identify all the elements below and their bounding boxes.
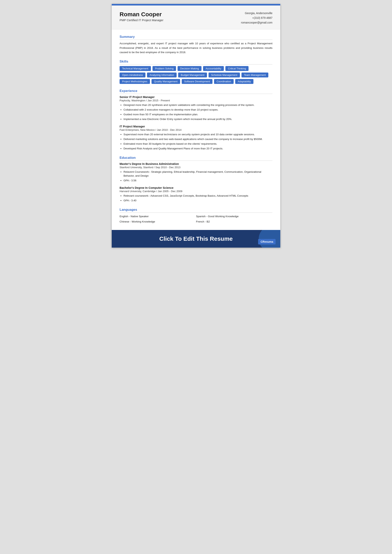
skill-tag: Project Methodologies: [119, 79, 150, 84]
summary-title: Summary: [119, 35, 273, 40]
experience-container: Senior IT Project ManagerPaylocity, Wash…: [119, 95, 273, 151]
contact-location: Georgia, Andersonville: [241, 11, 273, 16]
contact-phone: +(310) 879 4687: [241, 16, 273, 20]
resume-page: Roman Cooper PMP Certified IT Project Ma…: [112, 4, 280, 248]
education-section: Education Master's Degree In Business Ad…: [119, 156, 273, 203]
job-entry: IT Project ManagerFast Enterprises, New …: [119, 125, 273, 151]
contact-email: romancooper@gmail.com: [241, 20, 273, 25]
skill-tag: Accountability: [203, 66, 224, 71]
job-bullet: Designed more than 20 synthesis and syst…: [124, 103, 273, 107]
skill-tag: Technical Management: [119, 66, 151, 71]
top-accent-bar: [112, 4, 280, 6]
edu-bullets: Relevant coursework:- Advanced CSS, Java…: [119, 194, 273, 203]
resume-content: Summary Accomplished, energetic, and exp…: [112, 29, 280, 224]
job-entry: Senior IT Project ManagerPaylocity, Wash…: [119, 95, 273, 121]
skills-section: Skills Technical ManagementProblem Solvi…: [119, 60, 273, 84]
languages-section: Languages English - Native SpeakerSpanis…: [119, 208, 273, 224]
edu-entry: Master's Degree In Business Administrati…: [119, 162, 273, 183]
language-item: English - Native Speaker: [119, 214, 196, 219]
job-company: Paylocity, Washington / Jan 2015 - Prese…: [119, 99, 273, 102]
edu-entry: Bachelor's Degree In Computer ScienceHar…: [119, 186, 273, 203]
edu-school: Stanford University, Stanford / Sep 2010…: [119, 166, 273, 169]
candidate-title: PMP Certified IT Project Manager: [119, 18, 163, 22]
job-title: IT Project Manager: [119, 125, 273, 128]
edu-bullet: GPA:- 3.56: [124, 179, 273, 183]
experience-title: Experience: [119, 89, 273, 94]
skill-tag: Quality Management: [152, 79, 180, 84]
header-left: Roman Cooper PMP Certified IT Project Ma…: [119, 11, 163, 22]
languages-title: Languages: [119, 208, 273, 213]
education-container: Master's Degree In Business Administrati…: [119, 162, 273, 203]
job-bullet: Developed Risk Analysis and Quality Mana…: [124, 147, 273, 151]
edu-degree: Master's Degree In Business Administrati…: [119, 162, 273, 165]
language-item: Chinese - Working Knowledge: [119, 220, 196, 224]
edu-bullet: GPA:- 3.40: [124, 199, 273, 203]
skill-tag: Adaptability: [235, 79, 253, 84]
language-item: French - B2: [196, 220, 273, 224]
summary-section: Summary Accomplished, energetic, and exp…: [119, 35, 273, 55]
education-title: Education: [119, 156, 273, 161]
job-company: Fast Enterprises, New Mexico / Jan 2010 …: [119, 128, 273, 131]
language-item: Spanish - Good Working Knowledge: [196, 214, 273, 219]
skill-tag: Problem Solving: [153, 66, 176, 71]
edu-degree: Bachelor's Degree In Computer Science: [119, 186, 273, 189]
skills-container: Technical ManagementProblem SolvingDecis…: [119, 66, 273, 84]
cta-text: Click To Edit This Resume: [159, 235, 233, 242]
skill-tag: Software Development: [182, 79, 213, 84]
skill-tag: Decision Making: [178, 66, 201, 71]
skill-tag: Schedule Management: [209, 72, 240, 77]
languages-grid: English - Native SpeakerSpanish - Good W…: [119, 214, 273, 224]
job-bullet: Guided more than 50 IT employees on the …: [124, 112, 273, 117]
job-bullets: Supervised more than 20 external technic…: [119, 133, 273, 151]
skill-tag: Analyzing Information: [147, 72, 177, 77]
skill-tag: Team Management: [241, 72, 268, 77]
logo-cr: CR: [260, 240, 264, 243]
edu-bullet: Relevant coursework:- Advanced CSS, Java…: [124, 194, 273, 198]
job-title: Senior IT Project Manager: [119, 95, 273, 98]
edu-school: Harvard University, Cambridge / Jan 2005…: [119, 190, 273, 193]
edu-bullets: Relavent Coursework:- Strategic planning…: [119, 170, 273, 183]
header-contact: Georgia, Andersonville +(310) 879 4687 r…: [241, 11, 273, 25]
skills-title: Skills: [119, 60, 273, 64]
job-bullets: Designed more than 20 synthesis and syst…: [119, 103, 273, 121]
job-bullet: Collaborated with 2 executive managers t…: [124, 108, 273, 112]
job-bullet: Supervised more than 20 external technic…: [124, 133, 273, 137]
skill-tag: Coordination: [214, 79, 234, 84]
experience-section: Experience Senior IT Project ManagerPayl…: [119, 89, 273, 151]
edu-bullet: Relavent Coursework:- Strategic planning…: [124, 170, 273, 178]
resume-header: Roman Cooper PMP Certified IT Project Ma…: [112, 6, 280, 29]
footer-cta[interactable]: Click To Edit This Resume CResuma: [112, 230, 280, 248]
skill-tag: Budget Management: [178, 72, 207, 77]
job-bullet: Estimated more than 30 budgets for proje…: [124, 142, 273, 146]
footer-logo: CResuma: [258, 239, 276, 245]
summary-text: Accomplished, energetic, and expert IT p…: [119, 41, 273, 55]
job-bullet: Delivered marketing solutions and two we…: [124, 137, 273, 141]
skill-tag: Open-mindedness: [119, 72, 146, 77]
candidate-name: Roman Cooper: [119, 11, 163, 18]
logo-esuma: esuma: [265, 240, 273, 243]
job-bullet: Implemented a new Electronic Order Entry…: [124, 117, 273, 121]
skill-tag: Critical Thinking: [225, 66, 249, 71]
footer-circle-decoration: [259, 230, 280, 248]
